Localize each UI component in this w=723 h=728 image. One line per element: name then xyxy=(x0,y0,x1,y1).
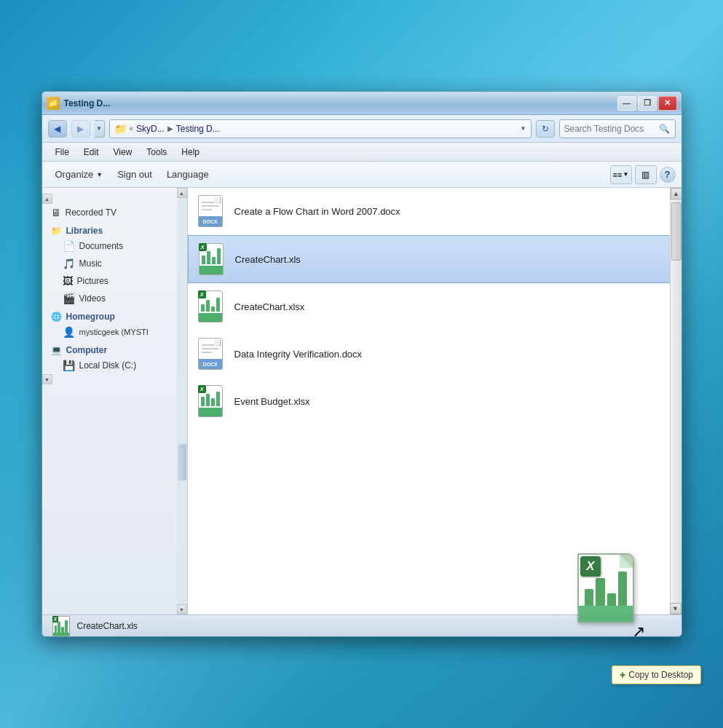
menu-file[interactable]: File xyxy=(48,145,76,159)
videos-icon: 🎬 xyxy=(63,293,75,304)
xls-type-label xyxy=(199,266,223,274)
search-input[interactable] xyxy=(564,124,659,134)
help-icon: ? xyxy=(665,169,671,180)
address-bar: ◀ ▶ ▼ 📁 « SkyD... ▶ Testing D... ▼ ↻ 🔍 xyxy=(42,115,681,143)
file-list: DOCX Create a Flow Chart in Word 2007.do… xyxy=(188,188,681,614)
status-file-icon: X xyxy=(51,616,71,636)
sign-out-label: Sign out xyxy=(117,169,152,180)
recent-dropdown-button[interactable]: ▼ xyxy=(95,120,105,138)
xlsx-icon-event-budget: X xyxy=(197,384,226,419)
videos-label: Videos xyxy=(79,293,106,304)
bar-2 xyxy=(206,394,210,406)
sidebar-section-homegroup[interactable]: 🌐 Homegroup xyxy=(42,307,187,323)
bar-1 xyxy=(202,256,205,264)
menu-tools[interactable]: Tools xyxy=(139,145,174,159)
path-arrow-1: ▶ xyxy=(167,124,173,132)
back-button[interactable]: ◀ xyxy=(48,120,67,138)
status-filename: CreateChart.xls xyxy=(77,621,138,631)
bar-4 xyxy=(216,298,220,312)
sidebar-scroll-down-btn[interactable]: ▼ xyxy=(177,604,187,614)
file-list-scrollbar[interactable]: ▲ ▼ xyxy=(670,188,681,614)
bar-3 xyxy=(212,257,216,264)
preview-pane-button[interactable]: ▥ xyxy=(635,165,657,184)
organize-label: Organize xyxy=(55,169,94,180)
file-item-data-integrity[interactable]: DOCX Data Integrity Verification.docx xyxy=(188,331,681,378)
bar-1 xyxy=(201,304,205,312)
search-icon[interactable]: 🔍 xyxy=(659,124,670,134)
bar-2 xyxy=(206,300,210,312)
minimize-button[interactable]: — xyxy=(617,96,636,111)
scroll-up-button[interactable]: ▲ xyxy=(671,188,681,199)
title-bar: 📁 Testing D... — ❐ ✕ xyxy=(42,92,681,115)
title-bar-left: 📁 Testing D... xyxy=(47,97,617,110)
menu-help[interactable]: Help xyxy=(174,145,207,159)
view-icon: ≡≡ xyxy=(613,170,623,179)
language-button[interactable]: Language xyxy=(159,166,216,183)
sign-out-button[interactable]: Sign out xyxy=(110,166,159,183)
file-item-create-chart-xlsx[interactable]: X CreateChart.xlsx xyxy=(188,283,681,331)
sidebar-section-libraries[interactable]: 📁 Libraries xyxy=(42,221,187,237)
refresh-button[interactable]: ↻ xyxy=(536,120,555,138)
sidebar: ▲ 🖥 Recorded TV 📁 Libraries 📄 Documents … xyxy=(42,188,188,614)
organize-arrow-icon: ▼ xyxy=(96,171,103,178)
path-skydrive[interactable]: SkyD... xyxy=(136,124,165,134)
close-button[interactable]: ✕ xyxy=(658,96,677,111)
xls-icon-create-chart: X xyxy=(197,242,226,277)
pictures-label: Pictures xyxy=(77,276,108,286)
path-dropdown-icon[interactable]: ▼ xyxy=(521,125,526,132)
path-current[interactable]: Testing D... xyxy=(176,124,220,134)
user-icon: 👤 xyxy=(63,326,75,338)
drag-cursor: ↗ xyxy=(632,622,645,641)
toolbar-right: ≡≡ ▼ ▥ ? xyxy=(610,165,676,184)
forward-button[interactable]: ▶ xyxy=(71,120,90,138)
sidebar-scroll-up[interactable]: ▲ xyxy=(42,194,52,204)
bar-4 xyxy=(216,392,220,406)
file-item-flow-chart[interactable]: DOCX Create a Flow Chart in Word 2007.do… xyxy=(188,188,681,235)
file-item-event-budget[interactable]: X Event Budget.xlsx xyxy=(188,378,681,425)
music-label: Music xyxy=(79,258,102,269)
drag-file-icon: X xyxy=(577,553,657,633)
file-name-data-integrity: Data Integrity Verification.docx xyxy=(234,349,363,360)
sidebar-item-recorded-tv[interactable]: 🖥 Recorded TV xyxy=(42,204,187,221)
scroll-thumb[interactable] xyxy=(671,202,681,261)
search-box[interactable]: 🔍 xyxy=(559,119,676,138)
sidebar-item-documents[interactable]: 📄 Documents xyxy=(42,237,187,255)
event-budget-type-label xyxy=(199,408,222,416)
sidebar-scroll-down[interactable]: ▼ xyxy=(42,374,52,384)
xlsx-type-label xyxy=(199,313,222,322)
sidebar-scroll-thumb[interactable] xyxy=(178,444,186,480)
sidebar-item-music[interactable]: 🎵 Music xyxy=(42,255,187,272)
file-name-event-budget: Event Budget.xlsx xyxy=(234,396,310,407)
sidebar-item-pictures[interactable]: 🖼 Pictures xyxy=(42,272,187,290)
sidebar-section-computer[interactable]: 💻 Computer xyxy=(42,341,187,357)
bar-3 xyxy=(211,306,215,312)
menu-bar: File Edit View Tools Help xyxy=(42,143,681,162)
drag-overlay: X ↗ + Copy to Desktop xyxy=(570,553,701,684)
copy-to-desktop-tooltip: + Copy to Desktop xyxy=(612,665,701,684)
file-item-create-chart-xls[interactable]: X CreateChart.xls xyxy=(188,235,681,283)
copy-tooltip-text: Copy to Desktop xyxy=(628,670,693,680)
window-title: Testing D... xyxy=(64,98,111,108)
sidebar-item-local-disk[interactable]: 💾 Local Disk (C:) xyxy=(42,357,187,374)
file-name-flow-chart: Create a Flow Chart in Word 2007.docx xyxy=(234,206,400,217)
pictures-icon: 🖼 xyxy=(63,275,73,287)
menu-view[interactable]: View xyxy=(106,145,140,159)
sidebar-scrollbar[interactable]: ▲ ▼ xyxy=(177,188,187,614)
sidebar-item-user[interactable]: 👤 mysticgeek (MYSTI xyxy=(42,323,187,341)
help-button[interactable]: ? xyxy=(660,167,676,183)
sidebar-scroll-up-btn[interactable]: ▲ xyxy=(177,188,187,198)
docx-icon-flow-chart: DOCX xyxy=(197,194,226,229)
bar-3 xyxy=(211,398,215,406)
file-name-create-chart-xlsx: CreateChart.xlsx xyxy=(234,301,305,312)
maximize-button[interactable]: ❐ xyxy=(638,96,657,111)
xlsx-icon-create-chart: X xyxy=(197,289,226,324)
address-path: 📁 « SkyD... ▶ Testing D... ▼ xyxy=(109,119,532,138)
title-controls: — ❐ ✕ xyxy=(617,96,677,111)
bar-2 xyxy=(207,251,210,264)
documents-label: Documents xyxy=(79,241,124,251)
music-icon: 🎵 xyxy=(63,258,75,269)
organize-button[interactable]: Organize ▼ xyxy=(48,166,111,183)
sidebar-item-videos[interactable]: 🎬 Videos xyxy=(42,290,187,307)
view-options-button[interactable]: ≡≡ ▼ xyxy=(610,165,632,184)
menu-edit[interactable]: Edit xyxy=(76,145,106,159)
